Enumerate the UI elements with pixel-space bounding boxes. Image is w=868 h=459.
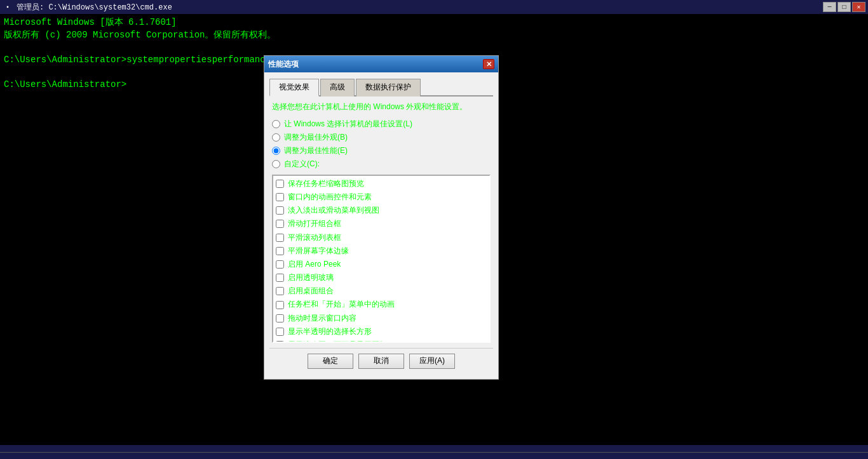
performance-options-dialog: 性能选项 ✕ 视觉效果 高级 数据执行保护 选择您想在此计算机上使用的 Wind… [264, 55, 499, 380]
checkbox-11[interactable] [276, 328, 284, 336]
checkbox-label-5: 平滑屏幕字体边缘 [288, 245, 349, 257]
taskbar [0, 445, 868, 459]
checkbox-item-6: 启用 Aero Peek [275, 258, 488, 271]
tab-dep[interactable]: 数据执行保护 [356, 79, 421, 96]
checkbox-label-6: 启用 Aero Peek [288, 258, 341, 270]
checkbox-list-container[interactable]: 保存任务栏缩略图预览 窗口内的动画控件和元素 淡入淡出或滑动菜单到视图 [272, 175, 491, 343]
radio-label-3: 自定义(C): [284, 159, 320, 170]
radio-item-0: 让 Windows 选择计算机的最佳设置(L) [272, 119, 491, 130]
maximize-button[interactable]: □ [837, 2, 851, 12]
checkbox-8[interactable] [276, 287, 284, 295]
checkbox-item-10: 拖动时显示窗口内容 [275, 312, 488, 325]
checkbox-label-0: 保存任务栏缩略图预览 [288, 178, 364, 190]
dialog-content: 视觉效果 高级 数据执行保护 选择您想在此计算机上使用的 Windows 外观和… [264, 72, 498, 379]
checkbox-label-4: 平滑滚动列表框 [288, 232, 341, 244]
minimize-button[interactable]: ─ [823, 2, 836, 12]
checkbox-5[interactable] [276, 247, 284, 255]
dialog-close-button[interactable]: ✕ [483, 59, 494, 69]
checkbox-item-3: 滑动打开组合框 [275, 217, 488, 230]
radio-label-0: 让 Windows 选择计算机的最佳设置(L) [284, 119, 412, 130]
close-button[interactable]: ✕ [852, 2, 865, 12]
tab-visual-effects[interactable]: 视觉效果 [269, 79, 319, 96]
radio-best-performance[interactable] [272, 147, 280, 155]
tab-advanced[interactable]: 高级 [320, 79, 355, 96]
dialog-titlebar: 性能选项 ✕ [264, 56, 498, 72]
radio-windows-best[interactable] [272, 120, 280, 128]
radio-item-1: 调整为最佳外观(B) [272, 132, 491, 143]
description-text: 选择您想在此计算机上使用的 Windows 外观和性能设置。 [272, 102, 491, 112]
checkbox-1[interactable] [276, 193, 284, 201]
checkbox-item-1: 窗口内的动画控件和元素 [275, 190, 488, 204]
checkbox-item-7: 启用透明玻璃 [275, 271, 488, 284]
radio-custom[interactable] [272, 160, 280, 168]
taskbar-divider [0, 452, 868, 453]
tab-content-visual: 选择您想在此计算机上使用的 Windows 外观和性能设置。 让 Windows… [269, 102, 493, 343]
radio-label-2: 调整为最佳性能(E) [284, 145, 348, 156]
titlebar: ▪ 管理员: C:\Windows\system32\cmd.exe ─ □ ✕ [0, 0, 868, 14]
dialog-overlay: 性能选项 ✕ 视觉效果 高级 数据执行保护 选择您想在此计算机上使用的 Wind… [0, 14, 868, 459]
checkbox-label-8: 启用桌面组合 [288, 285, 334, 297]
checkbox-item-9: 任务栏和「开始」菜单中的动画 [275, 298, 488, 311]
cmd-area: Microsoft Windows [版本 6.1.7601] 版权所有 (c)… [0, 14, 868, 459]
checkbox-item-8: 启用桌面组合 [275, 284, 488, 298]
checkbox-9[interactable] [276, 301, 284, 309]
checkbox-label-2: 淡入淡出或滑动菜单到视图 [288, 204, 379, 216]
radio-item-3: 自定义(C): [272, 159, 491, 170]
checkbox-2[interactable] [276, 206, 284, 215]
cmd-icon: ▪ [3, 2, 13, 12]
dialog-title: 性能选项 [268, 59, 299, 70]
checkbox-item-11: 显示半透明的选择长方形 [275, 325, 488, 338]
checkbox-label-1: 窗口内的动画控件和元素 [288, 191, 372, 203]
checkbox-label-3: 滑动打开组合框 [288, 218, 341, 230]
checkbox-item-2: 淡入淡出或滑动菜单到视图 [275, 204, 488, 217]
checkbox-item-4: 平滑滚动列表框 [275, 231, 488, 244]
checkbox-6[interactable] [276, 260, 284, 269]
checkbox-3[interactable] [276, 220, 284, 228]
checkbox-item-0: 保存任务栏缩略图预览 [275, 177, 488, 190]
radio-item-2: 调整为最佳性能(E) [272, 145, 491, 156]
checkbox-label-10: 拖动时显示窗口内容 [288, 312, 356, 324]
checkbox-item-5: 平滑屏幕字体边缘 [275, 244, 488, 258]
checkbox-12[interactable] [276, 341, 284, 343]
apply-button[interactable]: 应用(A) [409, 354, 455, 369]
checkbox-label-7: 启用透明玻璃 [288, 272, 334, 284]
checkbox-4[interactable] [276, 234, 284, 242]
checkbox-item-12: 显示缩略图，而不是显示图标 [275, 338, 488, 343]
checkbox-0[interactable] [276, 180, 284, 188]
titlebar-title: 管理员: C:\Windows\system32\cmd.exe [17, 2, 172, 13]
ok-button[interactable]: 确定 [308, 354, 353, 369]
radio-group: 让 Windows 选择计算机的最佳设置(L) 调整为最佳外观(B) 调整为最佳… [272, 119, 491, 170]
checkbox-10[interactable] [276, 314, 284, 323]
radio-best-appearance[interactable] [272, 133, 280, 142]
titlebar-buttons: ─ □ ✕ [823, 2, 865, 12]
dialog-tabs: 视觉效果 高级 数据执行保护 [269, 77, 493, 96]
checkbox-label-9: 任务栏和「开始」菜单中的动画 [288, 298, 395, 310]
checkbox-7[interactable] [276, 274, 284, 282]
dialog-buttons: 确定 取消 应用(A) [269, 348, 493, 374]
checkbox-label-12: 显示缩略图，而不是显示图标 [288, 339, 387, 343]
checkbox-label-11: 显示半透明的选择长方形 [288, 326, 372, 338]
radio-label-1: 调整为最佳外观(B) [284, 132, 348, 143]
cancel-button[interactable]: 取消 [358, 354, 404, 369]
